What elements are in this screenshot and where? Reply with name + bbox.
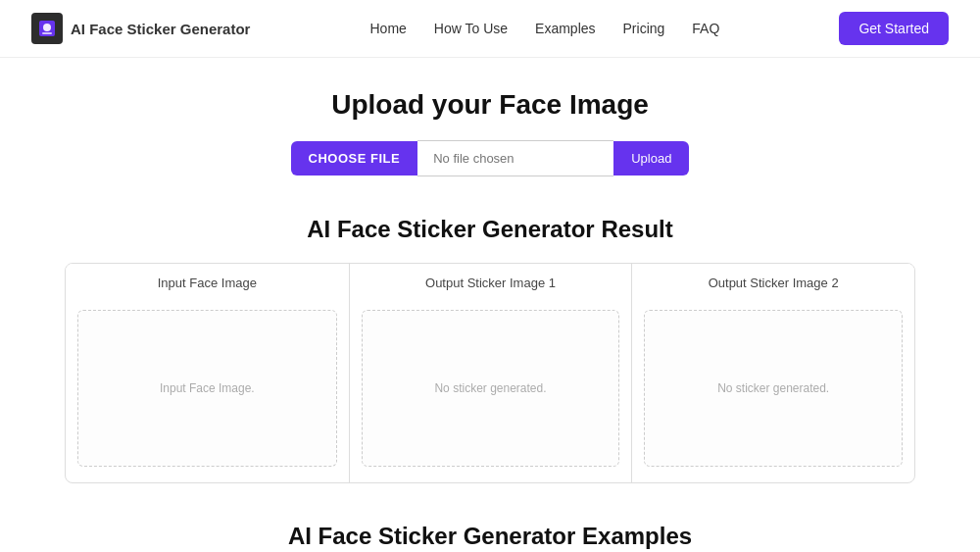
result-placeholder-output2: No sticker generated. [717,381,829,395]
upload-button[interactable]: Upload [613,141,689,176]
result-image-output2: No sticker generated. [644,310,903,467]
result-column-header-output1: Output Sticker Image 1 [350,264,632,302]
get-started-button[interactable]: Get Started [839,12,949,45]
result-section: AI Face Sticker Generator Result Input F… [65,216,915,483]
result-placeholder-output1: No sticker generated. [434,381,546,395]
file-name-display [417,140,613,176]
logo-text: AI Face Sticker Generator [71,21,250,37]
logo-icon [31,13,63,44]
nav-examples[interactable]: Examples [535,21,595,36]
result-column-header-input: Input Face Image [66,264,349,302]
choose-file-button[interactable]: CHOOSE FILE [291,141,418,176]
result-column-output2: Output Sticker Image 2 No sticker genera… [631,264,914,482]
result-image-input: Input Face Image. [77,310,337,467]
logo-area: AI Face Sticker Generator [31,13,250,44]
main-nav: Home How To Use Examples Pricing FAQ [369,21,719,36]
result-title: AI Face Sticker Generator Result [65,216,915,243]
svg-point-1 [43,24,51,31]
result-grid: Input Face Image Input Face Image. Outpu… [65,263,915,483]
result-column-output1: Output Sticker Image 1 No sticker genera… [349,264,632,482]
nav-how-to-use[interactable]: How To Use [434,21,508,36]
result-column-header-output2: Output Sticker Image 2 [632,264,914,302]
upload-controls: CHOOSE FILE Upload [65,140,915,176]
upload-title: Upload your Face Image [65,89,915,121]
nav-home[interactable]: Home [369,21,406,36]
nav-pricing[interactable]: Pricing [623,21,665,36]
result-placeholder-input: Input Face Image. [160,381,255,395]
nav-faq[interactable]: FAQ [692,21,719,36]
result-column-input: Input Face Image Input Face Image. [66,264,349,482]
svg-rect-2 [42,32,52,34]
examples-title: AI Face Sticker Generator Examples [65,523,915,550]
upload-section: Upload your Face Image CHOOSE FILE Uploa… [65,89,915,176]
result-image-output1: No sticker generated. [362,310,620,467]
examples-section: AI Face Sticker Generator Examples Input… [65,523,915,552]
